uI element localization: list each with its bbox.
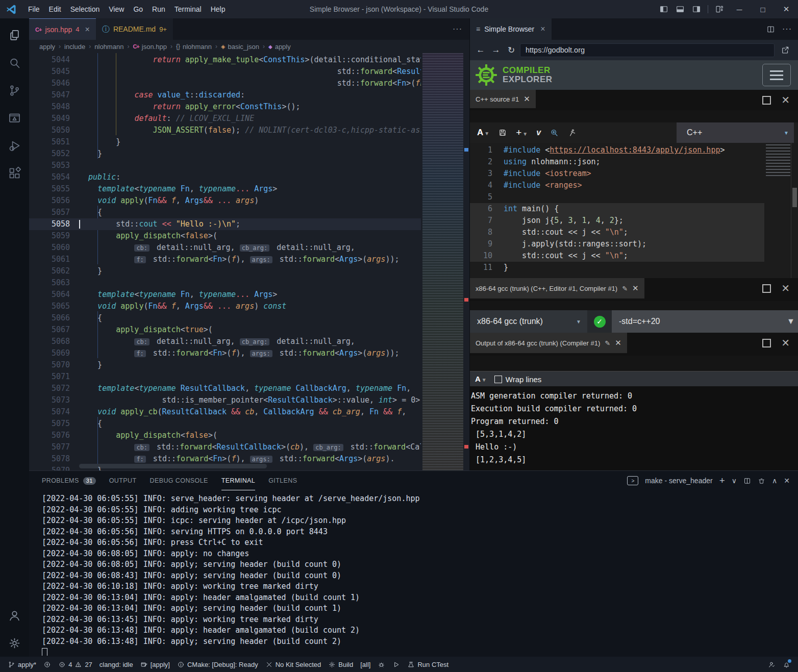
breadcrumb-item[interactable]: ◆apply <box>268 43 291 51</box>
terminal-output[interactable]: [2022-04-30 06:05:55] INFO: serve_header… <box>42 493 794 656</box>
horizontal-scrollbar[interactable] <box>79 464 267 468</box>
status-item-clangd-idle[interactable]: clangd: idle <box>96 657 137 672</box>
maximize-pane-icon[interactable] <box>762 96 771 105</box>
status-item-bug[interactable] <box>374 657 389 672</box>
code-line-5051[interactable]: 5051 } <box>29 136 421 148</box>
wrap-lines-checkbox[interactable]: Wrap lines <box>494 375 542 384</box>
search-icon[interactable] <box>0 49 29 77</box>
rename-icon[interactable]: ✎ <box>622 285 628 292</box>
more-tools-icon[interactable] <box>567 128 577 137</box>
ce-compiler-tab[interactable]: x86-64 gcc (trunk) (C++, Editor #1, Comp… <box>470 278 644 298</box>
ce-code-line-8[interactable]: 8 std::cout << j << "\n"; <box>470 227 764 238</box>
code-line-5046[interactable]: 5046 std::forward<Fn>(fn), <box>29 78 421 89</box>
compiler-select[interactable]: x86-64 gcc (trunk) ▼ <box>470 310 587 333</box>
close-icon[interactable]: ✕ <box>615 338 621 347</box>
code-line-5075[interactable]: 5075 { <box>29 418 421 430</box>
source-control-icon[interactable] <box>0 77 29 104</box>
code-line-5054[interactable]: 5054 public: <box>29 171 421 183</box>
breadcrumb-item[interactable]: {}nlohmann <box>176 43 212 51</box>
maximize-panel-icon[interactable]: ∧ <box>772 477 777 485</box>
files-icon[interactable] <box>0 21 29 49</box>
code-line-5044[interactable]: 5044 return apply_make_tuple<ConstThis>(… <box>29 54 421 66</box>
ce-code-line-4[interactable]: 4#include <ranges> <box>470 180 764 191</box>
code-line-5052[interactable]: 5052 } <box>29 148 421 160</box>
zoom-search-icon[interactable] <box>550 128 559 137</box>
split-editor-icon[interactable] <box>766 25 775 34</box>
ce-code-line-2[interactable]: 2using nlohmann::json; <box>470 156 764 168</box>
rename-icon[interactable]: ✎ <box>605 339 610 347</box>
ce-code-line-3[interactable]: 3#include <iostream> <box>470 168 764 180</box>
code-editor[interactable]: 5044 return apply_make_tuple<ConstThis>(… <box>29 53 469 470</box>
add-pane-icon[interactable]: +▼ <box>516 127 528 138</box>
forward-icon[interactable]: → <box>489 45 503 55</box>
panel-tab-debug-console[interactable]: DEBUG CONSOLE <box>150 471 208 490</box>
panel-tab-gitlens[interactable]: GITLENS <box>268 471 297 490</box>
ce-output-console[interactable]: ASM generation compiler returned: 0Execu… <box>470 386 798 470</box>
ce-source-lines[interactable]: 1#include <https://localhost:8443/apply/… <box>470 144 764 273</box>
code-line-5070[interactable]: 5070 } <box>29 359 421 371</box>
more-actions-icon[interactable]: ··· <box>453 18 469 40</box>
tab-readme-md[interactable]: ⓘ README.md 9+ <box>96 18 173 40</box>
ce-scrollbar[interactable] <box>791 143 798 278</box>
code-line-5053[interactable]: 5053 <box>29 160 421 171</box>
breadcrumb-item[interactable]: C+json.hpp <box>133 43 167 51</box>
back-icon[interactable]: ← <box>474 45 487 55</box>
code-line-5071[interactable]: 5071 <box>29 371 421 383</box>
window-warning-icon[interactable] <box>0 104 29 132</box>
code-line-5065[interactable]: 5065 void apply(Fn&& f, Args&& ... args)… <box>29 301 421 312</box>
code-line-5062[interactable]: 5062 } <box>29 265 421 277</box>
menu-help[interactable]: Help <box>206 3 230 15</box>
customize-layout-icon[interactable] <box>711 5 728 14</box>
tab-simple-browser[interactable]: ≡ Simple Browser × <box>470 18 552 40</box>
ce-output-tab[interactable]: Output of x86-64 gcc (trunk) (Compiler #… <box>470 333 627 353</box>
ce-code-line-7[interactable]: 7 json j{5, 3, 1, 4, 2}; <box>470 215 764 227</box>
code-line-5078[interactable]: 5078 f: std::forward<Fn>(f), args: std::… <box>29 453 421 465</box>
maximize-pane-icon[interactable] <box>762 284 771 293</box>
ce-code-line-5[interactable]: 5 <box>470 191 764 203</box>
close-pane-icon[interactable]: ✕ <box>781 285 790 292</box>
breadcrumb-item[interactable]: ◈basic_json <box>221 43 259 51</box>
code-line-5074[interactable]: 5074 void apply_cb(ResultCallback && cb,… <box>29 406 421 418</box>
vim-mode-icon[interactable]: v <box>536 128 541 137</box>
maximize-button[interactable]: □ <box>751 0 775 18</box>
panel-tab-terminal[interactable]: TERMINAL <box>221 471 255 490</box>
panel-tab-output[interactable]: OUTPUT <box>109 471 137 490</box>
ce-source-editor[interactable]: 1#include <https://localhost:8443/apply/… <box>470 143 798 278</box>
ce-code-line-1[interactable]: 1#include <https://localhost:8443/apply/… <box>470 144 764 156</box>
status-item-no-kit-selected[interactable]: No Kit Selected <box>262 657 325 672</box>
code-line-5050[interactable]: 5050 JSON_ASSERT(false); // NOLINT(cert-… <box>29 125 421 136</box>
new-terminal-icon[interactable]: + <box>719 475 725 486</box>
menu-go[interactable]: Go <box>129 3 147 15</box>
close-icon[interactable]: ✕ <box>523 94 530 104</box>
status-item-play[interactable] <box>389 657 404 672</box>
code-line-5069[interactable]: 5069 f: std::forward<Fn>(f), args: std::… <box>29 347 421 359</box>
account-icon[interactable] <box>0 602 29 629</box>
code-line-5047[interactable]: 5047 case value_t::discarded: <box>29 89 421 101</box>
toggle-panel-icon[interactable] <box>672 5 688 14</box>
code-line-5045[interactable]: 5045 std::forward<ResultCallback>( <box>29 66 421 78</box>
ce-minimap[interactable] <box>766 144 790 177</box>
settings-icon[interactable] <box>0 629 29 657</box>
code-line-5067[interactable]: 5067 apply_dispatch<true>( <box>29 324 421 336</box>
status-item-run-ctest[interactable]: Run CTest <box>404 657 452 672</box>
close-pane-icon[interactable]: ✕ <box>781 340 790 346</box>
ce-code-line-9[interactable]: 9 j.apply(std::ranges::sort); <box>470 238 764 250</box>
code-line-5059[interactable]: 5059 apply_dispatch<false>( <box>29 230 421 242</box>
tab-json-hpp[interactable]: C+ json.hpp 4 × <box>29 18 96 40</box>
close-pane-icon[interactable]: ✕ <box>781 97 790 104</box>
font-size-icon[interactable]: A▼ <box>475 375 487 384</box>
minimize-button[interactable]: ─ <box>728 0 751 18</box>
breadcrumb-item[interactable]: apply <box>39 43 55 51</box>
status-item-sync[interactable] <box>40 657 55 672</box>
code-line-5073[interactable]: 5073 std::is_member_pointer<ResultCallba… <box>29 394 421 406</box>
status-item--apply-[interactable]: [apply] <box>137 657 173 672</box>
status-item-apply-[interactable]: apply* <box>4 657 40 672</box>
terminal-title[interactable]: make - serve_header <box>645 477 712 485</box>
ce-code-line-11[interactable]: 11} <box>470 262 764 273</box>
panel-tab-problems[interactable]: PROBLEMS31 <box>42 471 96 490</box>
open-external-icon[interactable] <box>777 45 794 55</box>
more-actions-icon[interactable]: ··· <box>782 24 792 34</box>
status-item-build[interactable]: Build <box>325 657 357 672</box>
code-line-5064[interactable]: 5064 template<typename Fn, typename... A… <box>29 289 421 301</box>
compiler-flags-input[interactable] <box>612 310 784 333</box>
